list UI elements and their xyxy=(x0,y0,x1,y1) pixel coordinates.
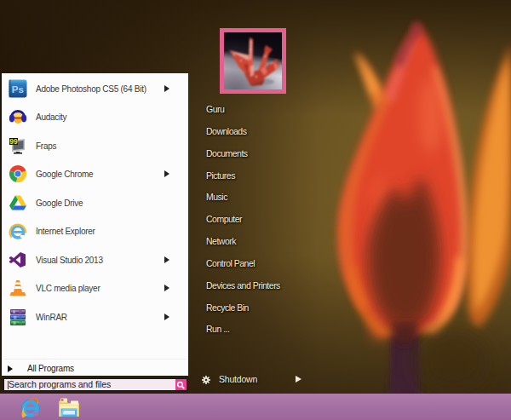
svg-text:99: 99 xyxy=(9,137,18,146)
svg-text:Ps: Ps xyxy=(12,84,24,95)
